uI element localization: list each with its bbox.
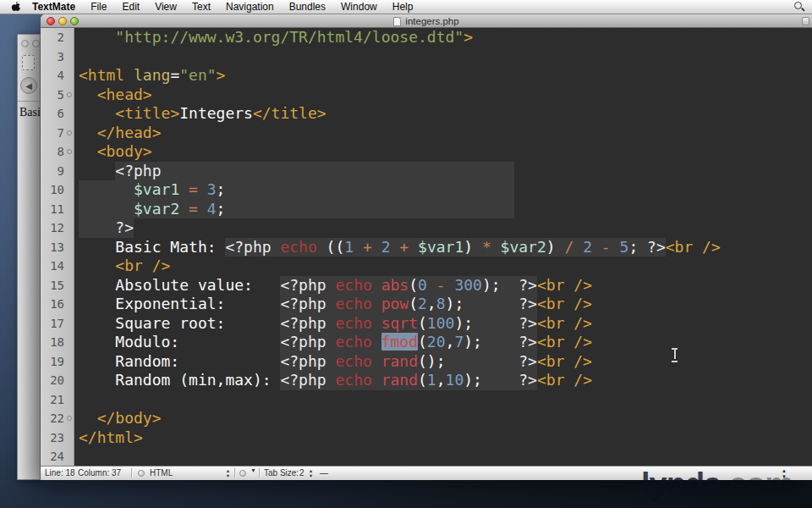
desktop: { "menu_bar": { "apple_icon": "apple-ico…: [0, 0, 812, 508]
code-token: 10: [446, 371, 464, 389]
code-token: echo: [335, 314, 371, 332]
language-popup-stepper[interactable]: ▲▼: [224, 468, 232, 478]
menu-item-view[interactable]: View: [147, 0, 184, 14]
line-number-text: 19: [50, 355, 64, 368]
code-line[interactable]: Square root: <?php echo sqrt(100); ?><br…: [79, 314, 812, 334]
code-line[interactable]: Absolute value: <?php echo abs(0 - 300);…: [79, 276, 812, 295]
line-number[interactable]: 5: [41, 86, 74, 105]
line-number[interactable]: 14: [41, 257, 74, 276]
code-token: ;: [628, 238, 647, 256]
code-line[interactable]: </body>: [79, 409, 812, 428]
code-token: (: [409, 295, 418, 312]
code-line[interactable]: Exponential: <?php echo pow(2,8); ?><br …: [79, 295, 812, 314]
menu-item-bundles[interactable]: Bundles: [282, 0, 333, 14]
code-token: ?>: [647, 238, 666, 256]
code-token: -: [436, 276, 446, 294]
code-line[interactable]: [79, 47, 812, 67]
code-token: "http://www.w3.org/TR/html4/loose.dtd": [115, 28, 464, 46]
line-number[interactable]: 16: [41, 295, 74, 314]
soft-tabs-indicator: —: [320, 467, 328, 480]
menu-item-edit[interactable]: Edit: [114, 0, 147, 14]
line-number[interactable]: 9: [41, 162, 74, 181]
code-token: </body>: [97, 409, 162, 427]
line-number[interactable]: 2: [41, 28, 74, 47]
line-number[interactable]: 21: [41, 390, 74, 410]
bundle-popup[interactable]: ▼: [250, 467, 256, 473]
line-number[interactable]: 8: [41, 142, 74, 162]
menu-item-help[interactable]: Help: [385, 0, 421, 14]
code-line[interactable]: <head>: [79, 86, 812, 105]
line-number[interactable]: 6: [41, 104, 74, 124]
menu-item-file[interactable]: File: [83, 0, 114, 14]
menu-item-text[interactable]: Text: [184, 0, 218, 14]
code-line[interactable]: </head>: [79, 124, 812, 143]
code-token: =: [189, 200, 198, 218]
code-token: sqrt: [381, 314, 418, 332]
line-number[interactable]: 10: [41, 180, 74, 200]
code-line[interactable]: <title>Integers</title>: [79, 104, 812, 124]
line-number-text: 15: [50, 279, 64, 292]
fold-marker-icon[interactable]: [67, 130, 72, 135]
tab-size-label: Tab Size:: [264, 467, 299, 480]
divider: [234, 468, 235, 478]
code-line[interactable]: <?php: [79, 162, 812, 181]
line-number[interactable]: 12: [41, 218, 74, 238]
line-number[interactable]: 24: [41, 447, 74, 466]
fold-marker-icon[interactable]: [67, 149, 72, 154]
code-line[interactable]: Basic Math: <?php echo ((1 + 2 + $var1) …: [79, 238, 812, 257]
menu-bar: TextMate File Edit View Text Navigation …: [0, 0, 812, 14]
fold-marker-icon[interactable]: [67, 92, 72, 97]
line-number[interactable]: 18: [41, 333, 74, 352]
menu-item-navigation[interactable]: Navigation: [218, 0, 282, 14]
spotlight-search-icon[interactable]: [794, 2, 804, 12]
tab-size-stepper[interactable]: ▲▼: [307, 468, 315, 478]
line-number[interactable]: 13: [41, 238, 74, 257]
line-number[interactable]: 23: [41, 428, 74, 448]
line-number[interactable]: 7: [41, 124, 74, 143]
code-line[interactable]: ?>: [79, 218, 812, 238]
code-line[interactable]: </html>: [79, 428, 812, 448]
line-number[interactable]: 3: [41, 47, 74, 67]
menu-item-window[interactable]: Window: [333, 0, 385, 14]
code-token: <br />: [115, 257, 170, 274]
code-line[interactable]: $var2 = 4;: [79, 200, 812, 219]
fold-marker-icon[interactable]: [67, 416, 72, 421]
line-number[interactable]: 15: [41, 276, 74, 295]
line-number-text: 17: [50, 317, 64, 330]
line-number-text: 5: [58, 88, 64, 102]
code-line[interactable]: $var1 = 3;: [79, 180, 812, 200]
menu-item-textmate[interactable]: TextMate: [25, 0, 83, 14]
code-token: </html>: [79, 428, 143, 446]
language-popup[interactable]: HTML: [150, 467, 173, 480]
code-token: pow: [381, 295, 409, 312]
code-area[interactable]: "http://www.w3.org/TR/html4/loose.dtd"><…: [74, 28, 812, 466]
code-line[interactable]: <body>: [79, 142, 812, 162]
gutter[interactable]: 23456789101112131415161718192021222324: [41, 28, 74, 466]
line-number[interactable]: 11: [41, 200, 74, 219]
background-window[interactable]: ◀ Basic: [17, 34, 41, 480]
code-line[interactable]: [79, 390, 812, 410]
bg-window-traffic-light: [21, 40, 29, 47]
code-line[interactable]: Random (min,max): <?php echo rand(1,10);…: [79, 371, 812, 390]
code-line[interactable]: "http://www.w3.org/TR/html4/loose.dtd">: [79, 28, 812, 47]
code-token: [372, 314, 381, 332]
code-token: );: [482, 276, 518, 294]
code-line[interactable]: [79, 447, 812, 466]
toolbar-widget[interactable]: [802, 17, 809, 25]
line-number[interactable]: 4: [41, 66, 74, 86]
title-bar[interactable]: integers.php: [41, 14, 812, 28]
code-token: 2: [381, 238, 391, 256]
code-line[interactable]: Modulo: <?php echo fmod(20,7); ?><br />: [79, 333, 812, 352]
apple-menu-icon[interactable]: [10, 1, 21, 13]
code-line[interactable]: Random: <?php echo rand(); ?><br />: [79, 352, 812, 372]
back-arrow-button[interactable]: ◀: [20, 77, 37, 94]
line-number[interactable]: 19: [41, 352, 74, 372]
code-line[interactable]: <br />: [79, 257, 812, 276]
code-token: ): [546, 238, 565, 256]
code-token: <body>: [97, 142, 152, 160]
code-line[interactable]: <html lang="en">: [79, 66, 812, 86]
line-number[interactable]: 20: [41, 371, 74, 390]
code-token: +: [399, 238, 409, 256]
line-number[interactable]: 17: [41, 314, 74, 334]
line-number[interactable]: 22: [41, 409, 74, 428]
